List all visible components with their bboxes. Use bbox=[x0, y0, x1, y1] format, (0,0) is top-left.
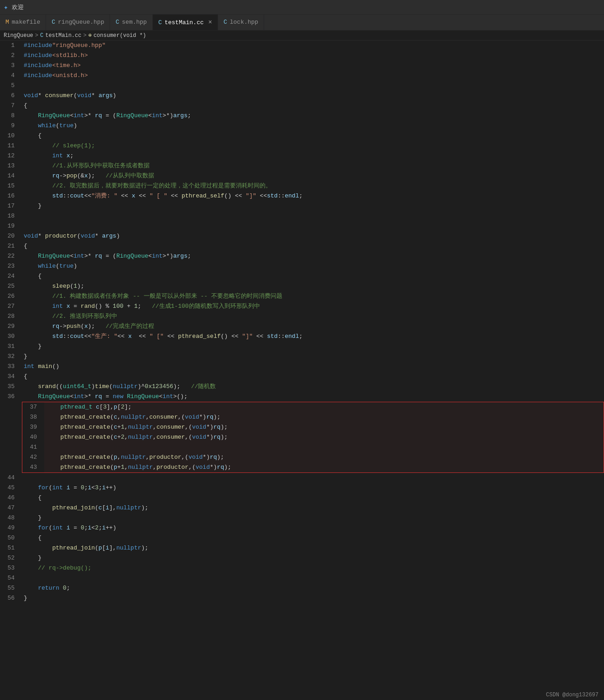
line-num-10: 10 bbox=[0, 131, 22, 141]
code-line-50: 50 { bbox=[0, 533, 604, 543]
line-content-17: } bbox=[22, 201, 604, 211]
code-area: 1 #include"ringQueue.hpp" 2 #include<std… bbox=[0, 41, 604, 603]
tab-label: sem.hpp bbox=[122, 19, 147, 26]
highlighted-block: 37 pthread_t c[3],p[2]; 38 pthread_creat… bbox=[22, 402, 604, 473]
line-content-9: while(true) bbox=[22, 121, 604, 131]
code-line-47: 47 pthread_join(c[i],nullptr); bbox=[0, 503, 604, 513]
line-num-55: 55 bbox=[0, 583, 22, 593]
line-num-9: 9 bbox=[0, 121, 22, 131]
tab-close-icon[interactable]: × bbox=[208, 19, 212, 26]
code-line-43: 43 pthread_create(p+1,nullptr,productor,… bbox=[22, 462, 604, 472]
code-line-40: 40 pthread_create(c+2,nullptr,consumer,(… bbox=[22, 432, 604, 442]
tab-lock[interactable]: C lock.hpp bbox=[218, 15, 264, 30]
tab-bar: M makefile C ringQueue.hpp C sem.hpp C t… bbox=[0, 15, 604, 31]
line-num-33: 33 bbox=[0, 362, 22, 372]
line-content-3: #include<time.h> bbox=[22, 61, 604, 71]
tab-icon: C bbox=[224, 19, 227, 26]
code-line-19: 19 bbox=[0, 221, 604, 231]
code-line-41: 41 bbox=[22, 442, 604, 452]
breadcrumb-sep: > bbox=[83, 32, 86, 39]
line-num-7: 7 bbox=[0, 101, 22, 111]
breadcrumb-icon: ⊕ bbox=[89, 32, 92, 39]
breadcrumb: RingQueue > C testMain.cc > ⊕ consumer(v… bbox=[0, 31, 604, 41]
tab-makefile[interactable]: M makefile bbox=[0, 15, 46, 30]
code-line-1: 1 #include"ringQueue.hpp" bbox=[0, 41, 604, 51]
code-line-11: 11 // sleep(1); bbox=[0, 141, 604, 151]
line-content-28: //2. 推送到环形队列中 bbox=[22, 311, 604, 321]
line-content-7: { bbox=[22, 101, 604, 111]
code-line-27: 27 int x = rand() % 100 + 1; //生成1-100的随… bbox=[0, 301, 604, 311]
line-content-40: pthread_create(c+2,nullptr,consumer,(voi… bbox=[44, 432, 604, 442]
line-content-24: { bbox=[22, 271, 604, 281]
line-content-35: srand((uint64_t)time(nullptr)^0x123456);… bbox=[22, 382, 604, 392]
line-content-25: sleep(1); bbox=[22, 281, 604, 291]
code-line-54: 54 bbox=[0, 573, 604, 583]
line-content-16: std::cout<<"消费: " << x << " [ " << pthre… bbox=[22, 191, 604, 201]
code-line-31: 31 } bbox=[0, 342, 604, 352]
line-num-39: 39 bbox=[22, 422, 44, 432]
line-num-1: 1 bbox=[0, 41, 22, 51]
title-bar-text: 欢迎 bbox=[12, 3, 24, 11]
line-num-19: 19 bbox=[0, 221, 22, 231]
line-num-6: 6 bbox=[0, 91, 22, 101]
line-num-38: 38 bbox=[22, 412, 44, 422]
code-line-56: 56 } bbox=[0, 593, 604, 603]
line-content-43: pthread_create(p+1,nullptr,productor,(vo… bbox=[44, 462, 604, 472]
line-content-6: void* consumer(void* args) bbox=[22, 91, 604, 101]
tab-ringQueue[interactable]: C ringQueue.hpp bbox=[46, 15, 110, 30]
code-line-23: 23 while(true) bbox=[0, 261, 604, 271]
line-num-42: 42 bbox=[22, 452, 44, 462]
line-content-33: int main() bbox=[22, 362, 604, 372]
line-num-13: 13 bbox=[0, 161, 22, 171]
code-line-28: 28 //2. 推送到环形队列中 bbox=[0, 311, 604, 321]
line-content-42: pthread_create(p,nullptr,productor,(void… bbox=[44, 452, 604, 462]
line-num-32: 32 bbox=[0, 352, 22, 362]
code-line-12: 12 int x; bbox=[0, 151, 604, 161]
line-content-13: //1.从环形队列中获取任务或者数据 bbox=[22, 161, 604, 171]
code-line-37: 37 pthread_t c[3],p[2]; bbox=[22, 402, 604, 412]
line-num-37: 37 bbox=[22, 402, 44, 412]
line-content-31: } bbox=[22, 342, 604, 352]
code-line-53: 53 // rq->debug(); bbox=[0, 563, 604, 573]
tab-sem[interactable]: C sem.hpp bbox=[110, 15, 152, 30]
code-line-21: 21 { bbox=[0, 241, 604, 251]
tab-icon: C bbox=[52, 19, 55, 26]
line-num-51: 51 bbox=[0, 543, 22, 553]
line-num-44: 44 bbox=[0, 473, 22, 483]
line-content-4: #include<unistd.h> bbox=[22, 71, 604, 81]
tab-icon: C bbox=[158, 19, 162, 26]
line-num-27: 27 bbox=[0, 301, 22, 311]
line-content-47: pthread_join(c[i],nullptr); bbox=[22, 503, 604, 513]
line-num-22: 22 bbox=[0, 251, 22, 261]
line-num-36: 36 bbox=[0, 392, 22, 402]
line-num-15: 15 bbox=[0, 181, 22, 191]
line-content-11: // sleep(1); bbox=[22, 141, 604, 151]
code-line-24: 24 { bbox=[0, 271, 604, 281]
app-icon: ✦ bbox=[4, 3, 8, 12]
line-content-52: } bbox=[22, 553, 604, 563]
code-line-33: 33 int main() bbox=[0, 362, 604, 372]
line-content-36: RingQueue<int>* rq = new RingQueue<int>(… bbox=[22, 392, 604, 402]
line-num-18: 18 bbox=[0, 211, 22, 221]
code-line-39: 39 pthread_create(c+1,nullptr,consumer,(… bbox=[22, 422, 604, 432]
line-content-29: rq->push(x); //完成生产的过程 bbox=[22, 321, 604, 332]
tab-icon: M bbox=[5, 19, 9, 26]
line-content-27: int x = rand() % 100 + 1; //生成1-100的随机数写… bbox=[22, 301, 604, 311]
tab-label: lock.hpp bbox=[230, 19, 258, 26]
code-line-13: 13 //1.从环形队列中获取任务或者数据 bbox=[0, 161, 604, 171]
code-line-16: 16 std::cout<<"消费: " << x << " [ " << pt… bbox=[0, 191, 604, 201]
code-line-45: 45 for(int i = 0;i<3;i++) bbox=[0, 483, 604, 493]
line-content-46: { bbox=[22, 493, 604, 503]
code-line-20: 20 void* productor(void* args) bbox=[0, 231, 604, 241]
tab-testMain[interactable]: C testMain.cc × bbox=[153, 15, 218, 30]
line-content-38: pthread_create(c,nullptr,consumer,(void*… bbox=[44, 412, 604, 422]
code-line-6: 6 void* consumer(void* args) bbox=[0, 91, 604, 101]
tab-icon: C bbox=[115, 19, 119, 26]
code-line-25: 25 sleep(1); bbox=[0, 281, 604, 291]
line-num-30: 30 bbox=[0, 332, 22, 342]
code-line-17: 17 } bbox=[0, 201, 604, 211]
code-line-3: 3 #include<time.h> bbox=[0, 61, 604, 71]
code-line-29: 29 rq->push(x); //完成生产的过程 bbox=[0, 321, 604, 332]
line-content-2: #include<stdlib.h> bbox=[22, 51, 604, 61]
line-num-4: 4 bbox=[0, 71, 22, 81]
